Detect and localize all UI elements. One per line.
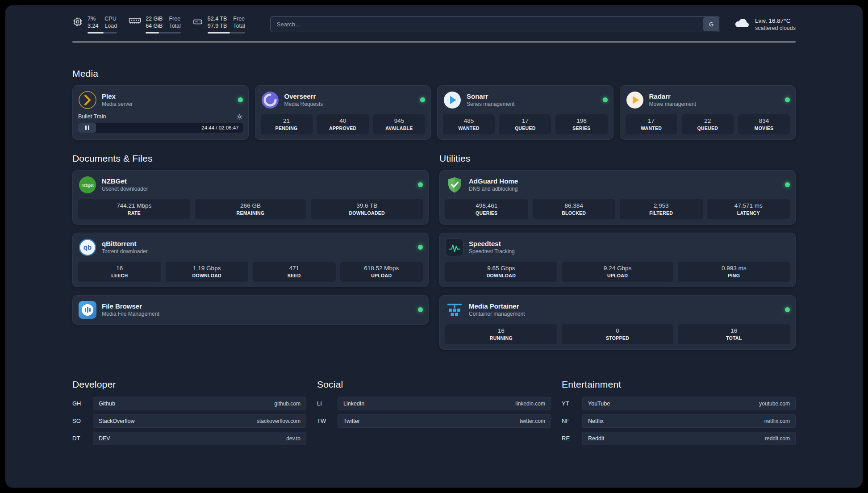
stat-downloaded: 39.6 TB DOWNLOADED [311,199,423,219]
stat-value: 0 [563,327,672,334]
app-name: Plex [102,92,133,100]
disk-widget: 52.4 TB 97.9 TB Free Total [192,15,245,33]
stat-value: 16 [80,265,159,272]
cpu-label-2: Load [104,22,117,29]
bookmark-label: StackOverflow [99,418,135,424]
app-card-qbittorrent[interactable]: qb qBittorrent Torrent downloader [72,233,429,287]
stat-value: 498,461 [447,202,526,209]
nzbget-icon: nzbget [78,175,97,194]
stat-value: 266 GB [196,202,305,209]
stat-value: 16 [680,327,788,334]
app-card-adguard[interactable]: AdGuard Home DNS and adblocking 498,461 … [439,170,796,225]
section-title-entertainment: Entertainment [562,379,796,390]
topbar-divider [72,42,796,42]
search-input[interactable] [270,16,720,32]
now-playing-title: Bullet Train [78,113,106,120]
app-subtitle: Media Requests [284,101,323,107]
stat-value: 471 [255,265,334,272]
app-name: File Browser [102,302,159,310]
disk-label-1: Free [233,15,245,22]
playback-time: 24:44 / 02:06:47 [201,125,242,130]
app-card-speedtest[interactable]: Speedtest Speedtest Tracking 9.65 Gbps D… [439,233,796,287]
stat-rate: 744.21 Mbps RATE [78,199,190,219]
stat-value: 0.993 ms [680,265,788,272]
stat-label: TOTAL [680,335,788,341]
svg-text:qb: qb [83,243,92,251]
stat-label: QUEUED [501,125,549,131]
app-card-plex[interactable]: Plex Media server Bullet Train [72,85,249,140]
stat-pending: 21 PENDING [261,114,313,134]
cpu-icon [72,17,83,27]
stat-label: QUEUED [684,125,732,131]
stat-value: 40 [319,117,367,124]
search-engine-button[interactable]: G [703,17,719,31]
app-name: Speedtest [469,240,515,247]
stat-label: QUERIES [447,210,526,216]
bookmark-netflix[interactable]: NF Netflix netflix.com [562,414,796,428]
status-dot [785,182,790,187]
stat-label: DOWNLOAD [167,273,247,278]
app-subtitle: Container management [469,311,525,317]
stat-label: LATENCY [709,210,789,216]
bookmark-abbr: LI [317,400,338,407]
app-card-sonarr[interactable]: Sonarr Series management 485 WANTED 17 Q… [437,85,613,140]
stat-label: RATE [80,210,188,216]
app-card-nzbget[interactable]: nzbget NZBGet Usenet downloader 74 [72,170,429,225]
status-dot [785,97,790,102]
bookmark-url: reddit.com [765,435,790,442]
stat-upload: 618.52 Mbps UPLOAD [340,262,423,282]
stat-label: RUNNING [447,335,555,341]
app-card-filebrowser[interactable]: File Browser Media File Management [72,295,429,325]
status-dot [603,97,608,102]
disk-icon [192,17,203,27]
pause-button[interactable] [78,123,96,133]
stat-label: LEECH [80,273,159,278]
stat-label: UPLOAD [342,273,421,278]
status-dot [418,307,423,312]
plex-icon [78,91,97,109]
stat-stopped: 0 STOPPED [562,324,674,344]
stat-label: SERIES [557,125,605,131]
stat-label: APPROVED [319,125,367,131]
stat-value: 21 [263,117,311,124]
memory-label-2: Total [169,22,180,29]
stat-value: 47.571 ms [709,202,789,209]
playback-bar[interactable]: 24:44 / 02:06:47 [78,123,243,133]
stat-label: FILTERED [622,210,701,216]
bookmark-stackoverflow[interactable]: SO StackOverflow stackoverflow.com [72,414,306,428]
bookmark-abbr: DT [72,435,93,442]
stat-value: 1.19 Gbps [167,265,247,272]
app-subtitle: Torrent downloader [102,248,148,255]
section-title-developer: Developer [72,379,306,390]
stat-ping: 0.993 ms PING [678,262,790,282]
app-card-radarr[interactable]: Radarr Movie management 17 WANTED 22 QUE… [620,85,796,140]
stat-blocked: 86,384 BLOCKED [533,199,616,219]
bookmark-label: Twitter [343,418,360,424]
bookmark-dev[interactable]: DT DEV dev.to [72,432,306,445]
app-card-overseerr[interactable]: Overseerr Media Requests 21 PENDING 40 A… [255,85,431,140]
bookmark-label: Github [99,401,115,407]
weather-location: Lviv, 16.87°C [755,17,796,24]
search-bar: G [270,16,720,32]
bookmark-url: netflix.com [764,418,790,424]
bookmark-reddit[interactable]: RE Reddit reddit.com [562,432,796,445]
app-subtitle: Usenet downloader [102,186,148,192]
bookmark-group-developer: Developer GH Github github.com SO StackO… [72,379,306,445]
disk-meter [208,32,245,33]
bookmark-url: twitter.com [520,418,545,424]
settings-icon[interactable] [236,113,243,120]
dashboard-panel: 7% 3.24 CPU Load [5,5,863,488]
app-subtitle: Media server [102,101,133,107]
stat-wanted: 17 WANTED [626,114,677,134]
speedtest-icon [445,238,464,257]
bookmark-youtube[interactable]: YT YouTube youtube.com [562,397,796,410]
bookmark-github[interactable]: GH Github github.com [72,397,306,410]
bookmark-label: Netflix [588,418,604,424]
sonarr-icon [443,91,462,109]
bookmark-twitter[interactable]: TW Twitter twitter.com [317,414,551,428]
stat-value: 9.65 Gbps [447,265,555,272]
bookmark-url: youtube.com [759,401,790,407]
portainer-icon [445,301,464,319]
app-card-portainer[interactable]: Media Portainer Container management 16 … [439,295,796,350]
bookmark-linkedin[interactable]: LI LinkedIn linkedin.com [317,397,551,410]
